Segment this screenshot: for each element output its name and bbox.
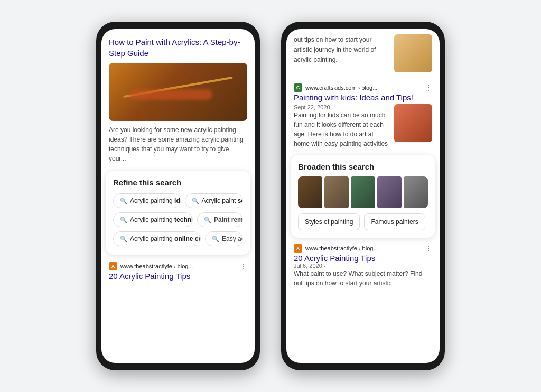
chip-sets-text: Acrylic paint sets (202, 197, 243, 204)
left-bottom-result: A www.theabstractlyfe › blog... ⋮ 20 Acr… (101, 258, 255, 285)
right-site-url: www.craftskids.com › blog... (305, 85, 377, 91)
broaden-heading: Broaden this search (298, 162, 428, 171)
left-result-title[interactable]: How to Paint with Acrylics: A Step-by-St… (109, 36, 247, 59)
left-favicon: A (109, 262, 117, 270)
right-bottom-snippet: What paint to use? What subject matter? … (294, 269, 432, 288)
chip-techniques-text: Acrylic painting techniques (130, 216, 193, 223)
left-result-snippet: Are you looking for some new acrylic pai… (109, 125, 247, 163)
chip-paint-remo[interactable]: 🔍 Paint remo (197, 212, 243, 227)
right-result2: C www.craftskids.com › blog... ⋮ Paintin… (286, 80, 440, 152)
search-icon-3: 🔍 (120, 217, 127, 223)
left-search-top: How to Paint with Acrylics: A Step-by-St… (101, 29, 255, 167)
broaden-image-2 (324, 176, 349, 208)
broaden-box: Broaden this search Styles of painting F… (291, 155, 435, 238)
left-site-row: A www.theabstractlyfe › blog... ⋮ (109, 262, 247, 270)
right-bottom-more[interactable]: ⋮ (425, 244, 432, 253)
right-result2-snippet: Painting for kids can be so much fun and… (294, 110, 390, 148)
left-result-image (109, 63, 247, 121)
refine-heading: Refine this search (113, 178, 243, 187)
right-bottom-favicon: A (294, 244, 302, 253)
search-icon: 🔍 (120, 198, 127, 204)
refine-row-2: 🔍 Acrylic painting techniques 🔍 Paint re… (113, 212, 243, 227)
right-phone: out tips on how to start your artistic j… (281, 22, 445, 370)
search-icon-5: 🔍 (120, 236, 127, 242)
right-site-row: C www.craftskids.com › blog... ⋮ (294, 83, 432, 92)
broaden-chips-row: Styles of painting Famous painters Pa... (298, 213, 428, 230)
broaden-images-row (298, 176, 428, 208)
right-top-snippet: out tips on how to start your artistic j… (294, 34, 390, 64)
broaden-image-3 (351, 176, 375, 208)
right-favicon: C (294, 83, 302, 92)
right-bottom-url: www.theabstractlyfe › blog... (305, 245, 378, 251)
refine-row-3: 🔍 Acrylic painting online courses 🔍 Easy… (113, 231, 243, 246)
right-bottom-site-row: A www.theabstractlyfe › blog... ⋮ (294, 244, 432, 253)
right-result2-row: Sept 22, 2020 - Painting for kids can be… (294, 104, 432, 148)
chip-courses-text: Acrylic painting online courses (130, 235, 201, 242)
right-snippet-text: out tips on how to start your artistic j… (294, 36, 376, 63)
refine-box: Refine this search 🔍 Acrylic painting id… (106, 171, 250, 255)
right-result2-date: Sept 22, 2020 - (294, 104, 390, 110)
chip-sets[interactable]: 🔍 Acrylic paint sets (185, 193, 243, 208)
right-result2-title[interactable]: Painting with kids: Ideas and Tips! (294, 93, 432, 102)
left-more-icon[interactable]: ⋮ (240, 262, 247, 270)
right-more-icon[interactable]: ⋮ (425, 83, 432, 92)
search-icon-4: 🔍 (204, 217, 211, 223)
chip-easy-text: Easy ac (222, 235, 243, 242)
chip-techniques[interactable]: 🔍 Acrylic painting techniques (113, 212, 193, 227)
right-screen: out tips on how to start your artistic j… (286, 29, 440, 363)
broaden-image-1 (298, 176, 322, 208)
refine-chips-container: 🔍 Acrylic painting ideas 🔍 Acrylic paint… (113, 193, 243, 246)
chip-ideas[interactable]: 🔍 Acrylic painting ideas (113, 193, 181, 208)
right-top-row: out tips on how to start your artistic j… (294, 34, 432, 72)
right-result2-image (394, 104, 432, 142)
right-bottom-result: A www.theabstractlyfe › blog... ⋮ 20 Acr… (286, 241, 440, 291)
right-bottom-date: Jul 6, 2020 - (294, 263, 432, 269)
search-icon-2: 🔍 (192, 198, 199, 204)
right-top-content: out tips on how to start your artistic j… (286, 29, 440, 76)
broaden-chip-styles[interactable]: Styles of painting (298, 213, 360, 230)
broaden-chip-painters[interactable]: Famous painters (364, 213, 425, 230)
chip-remo-text: Paint remo (214, 216, 243, 223)
right-bottom-title[interactable]: 20 Acrylic Painting Tips (294, 254, 432, 263)
left-screen: How to Paint with Acrylics: A Step-by-St… (101, 29, 255, 363)
left-bottom-title[interactable]: 20 Acrylic Painting Tips (109, 272, 247, 281)
refine-row-1: 🔍 Acrylic painting ideas 🔍 Acrylic paint… (113, 193, 243, 208)
left-site-url: www.theabstractlyfe › blog... (120, 263, 193, 269)
divider-1 (286, 78, 440, 78)
chip-online-courses[interactable]: 🔍 Acrylic painting online courses (113, 231, 201, 246)
broaden-image-4 (377, 176, 402, 208)
chip-ideas-text: Acrylic painting ideas (130, 197, 181, 204)
right-top-image (394, 34, 432, 72)
search-icon-6: 🔍 (212, 236, 219, 242)
left-phone: How to Paint with Acrylics: A Step-by-St… (96, 22, 260, 370)
broaden-image-5 (404, 176, 428, 208)
chip-easy[interactable]: 🔍 Easy ac (205, 231, 243, 246)
